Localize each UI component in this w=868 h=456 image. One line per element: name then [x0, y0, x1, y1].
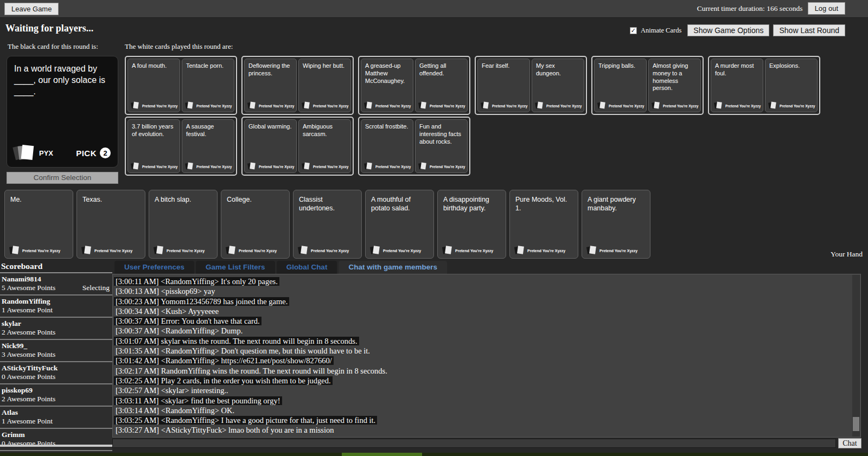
played-card[interactable]: A murder most foul.Pretend You're Xyzzy	[711, 59, 763, 112]
played-card[interactable]: My sex dungeon.Pretend You're Xyzzy	[532, 59, 584, 112]
played-card-group[interactable]: 3.7 billion years of evolution.Pretend Y…	[125, 117, 237, 176]
chat-message: [3:03:25 AM] <RandomYiffing> I have a go…	[114, 415, 860, 425]
card-stack-icon	[714, 102, 723, 110]
white-cards-label: The white cards played this round are:	[125, 42, 233, 51]
tab-game-list-filters[interactable]: Game List Filters	[196, 261, 275, 274]
card-brand: Pretend You're Xyzzy	[714, 102, 761, 110]
played-card[interactable]: 3.7 billion years of evolution.Pretend Y…	[127, 119, 180, 173]
played-card[interactable]: A greased-up Matthew McConaughey.Pretend…	[361, 59, 413, 112]
card-stack-icon	[419, 163, 427, 170]
player-points: 2 Awesome Points	[2, 395, 55, 403]
hand-card[interactable]: Texas.Pretend You're Xyzzy	[76, 190, 145, 259]
played-card[interactable]: Getting all offended.Pretend You're Xyzz…	[415, 59, 468, 112]
chat-message: [3:00:11 AM] <RandomYiffing> It's only 2…	[114, 277, 860, 286]
played-card[interactable]: Scrotal frostbite.Pretend You're Xyzzy	[361, 119, 413, 173]
pick-label: PICK	[76, 149, 97, 158]
played-card[interactable]: Fun and interesting facts about rocks.Pr…	[415, 119, 468, 173]
chat-message: [3:02:25 AM] Play 2 cards, in the order …	[114, 376, 860, 386]
played-card-group[interactable]: Deflowering the princess.Pretend You're …	[241, 56, 354, 115]
hand-card[interactable]: A mouthful of potato salad.Pretend You'r…	[365, 190, 434, 259]
hand-card[interactable]: Pure Moods, Vol. 1.Pretend You're Xyzzy	[509, 190, 578, 259]
played-card-group[interactable]: Tripping balls.Pretend You're Xyzzy Almo…	[591, 56, 704, 115]
card-stack-icon	[587, 246, 597, 255]
animate-cards-label: Animate Cards	[641, 27, 681, 35]
scoreboard-row: skylar 2 Awesome Points	[0, 318, 112, 340]
card-stack-icon	[186, 102, 194, 110]
played-card[interactable]: A sausage festival.Pretend You're Xyzzy	[182, 119, 234, 173]
played-card-group[interactable]: A murder most foul.Pretend You're Xyzzy …	[708, 56, 820, 115]
card-brand: Pretend You're Xyzzy	[186, 163, 232, 170]
hand-card[interactable]: A giant powdery manbaby.Pretend You're X…	[582, 190, 650, 259]
card-stack-icon	[154, 246, 164, 255]
hand-card[interactable]: Me.Pretend You're Xyzzy	[4, 190, 73, 259]
card-brand: Pretend You're Xyzzy	[186, 102, 232, 110]
played-card[interactable]: Tripping balls.Pretend You're Xyzzy	[594, 59, 647, 112]
hand-card[interactable]: A disappointing birthday party.Pretend Y…	[437, 190, 506, 259]
black-card-footer: PYX PICK 2	[14, 145, 111, 161]
animate-cards-checkbox[interactable]: ✓	[630, 27, 637, 34]
card-brand: Pretend You're Xyzzy	[652, 102, 698, 110]
leave-game-button[interactable]: Leave Game	[4, 3, 59, 15]
player-name: pisskop69	[2, 386, 110, 395]
chat-message: [3:01:07 AM] skylar wins the round. The …	[114, 336, 860, 346]
bottom-bar-highlight	[342, 453, 422, 456]
player-name: Grimm	[2, 431, 110, 439]
card-brand: Pretend You're Xyzzy	[598, 102, 644, 110]
card-brand: Pretend You're Xyzzy	[226, 246, 277, 255]
chat-input[interactable]	[112, 439, 836, 448]
card-stack-icon	[443, 246, 453, 255]
played-card-group[interactable]: Global warming.Pretend You're Xyzzy Ambi…	[241, 117, 354, 176]
card-stack-icon	[769, 102, 777, 110]
log-out-button[interactable]: Log out	[808, 2, 845, 15]
played-card[interactable]: Deflowering the princess.Pretend You're …	[244, 59, 297, 112]
played-card-group[interactable]: Scrotal frostbite.Pretend You're Xyzzy F…	[358, 117, 470, 176]
played-card[interactable]: Global warming.Pretend You're Xyzzy	[244, 119, 297, 173]
black-card-label: The black card for this round is:	[8, 42, 98, 51]
played-card-group[interactable]: Fear itself.Pretend You're Xyzzy My sex …	[475, 56, 587, 115]
show-game-options-button[interactable]: Show Game Options	[687, 24, 769, 36]
played-card[interactable]: A foul mouth.Pretend You're Xyzzy	[127, 59, 180, 112]
played-card-group[interactable]: A greased-up Matthew McConaughey.Pretend…	[358, 56, 470, 115]
scoreboard-row: AStickyTittyFuck 0 Awesome Points	[0, 362, 112, 384]
hand-card[interactable]: College.Pretend You're Xyzzy	[221, 190, 290, 259]
played-card[interactable]: Wiping her butt.Pretend You're Xyzzy	[298, 59, 351, 112]
played-card[interactable]: Fear itself.Pretend You're Xyzzy	[477, 59, 530, 112]
card-brand: Pretend You're Xyzzy	[131, 102, 177, 110]
scoreboard: Scoreboard Nanami9814 5 Awesome PointsSe…	[0, 261, 112, 451]
tab-game-chat[interactable]: Chat with game members	[339, 261, 447, 274]
chat-message: [3:03:14 AM] <RandomYiffing> OK.	[114, 406, 860, 415]
show-last-round-button[interactable]: Show Last Round	[773, 24, 845, 36]
tab-user-preferences[interactable]: User Preferences	[114, 261, 194, 274]
chat-scrollbar-thumb[interactable]	[853, 417, 859, 431]
card-brand: Pretend You're Xyzzy	[302, 102, 348, 110]
chat-message: [3:03:11 AM] <skylar> find the best poun…	[114, 396, 860, 406]
card-stack-icon	[371, 246, 381, 255]
chat-message: [3:03:27 AM] <AStickyTittyFuck> lmao bot…	[114, 425, 860, 435]
card-stack-icon	[481, 102, 490, 110]
played-card[interactable]: Almost giving money to a homeless person…	[648, 59, 701, 112]
hand-card[interactable]: Classist undertones.Pretend You're Xyzzy	[293, 190, 362, 259]
chat-scrollbar[interactable]	[852, 275, 860, 436]
hand-card[interactable]: A bitch slap.Pretend You're Xyzzy	[149, 190, 218, 259]
player-name: RandomYiffing	[2, 297, 110, 306]
confirm-selection-button[interactable]: Confirm Selection	[7, 172, 118, 184]
scoreboard-row: Nanami9814 5 Awesome PointsSelecting	[0, 273, 112, 296]
card-brand: Pretend You're Xyzzy	[10, 246, 60, 255]
card-brand: Pretend You're Xyzzy	[302, 163, 348, 170]
chat-message: [3:02:57 AM] <skylar> interesting..	[114, 386, 860, 395]
tab-global-chat[interactable]: Global Chat	[277, 261, 337, 274]
chat-log-panel: [3:00:11 AM] <RandomYiffing> It's only 2…	[112, 274, 861, 438]
card-brand: Pretend You're Xyzzy	[365, 163, 411, 170]
chat-send-button[interactable]: Chat	[838, 438, 861, 448]
pick-count-badge: 2	[100, 147, 111, 158]
played-card[interactable]: Ambiguous sarcasm.Pretend You're Xyzzy	[298, 119, 351, 173]
played-cards-area: A foul mouth.Pretend You're Xyzzy Tentac…	[125, 56, 846, 176]
played-card[interactable]: Tentacle porn.Pretend You're Xyzzy	[182, 59, 234, 112]
scoreboard-scrollbar[interactable]	[0, 445, 112, 447]
black-card: In a world ravaged by ____, our only sol…	[7, 56, 118, 168]
card-stack-icon	[419, 102, 427, 110]
played-card[interactable]: Explosions.Pretend You're Xyzzy	[765, 59, 818, 112]
topbar-right: Current timer duration: 166 seconds Log …	[697, 2, 845, 15]
player-points: 2 Awesome Points	[2, 328, 55, 337]
played-card-group[interactable]: A foul mouth.Pretend You're Xyzzy Tentac…	[125, 56, 237, 115]
